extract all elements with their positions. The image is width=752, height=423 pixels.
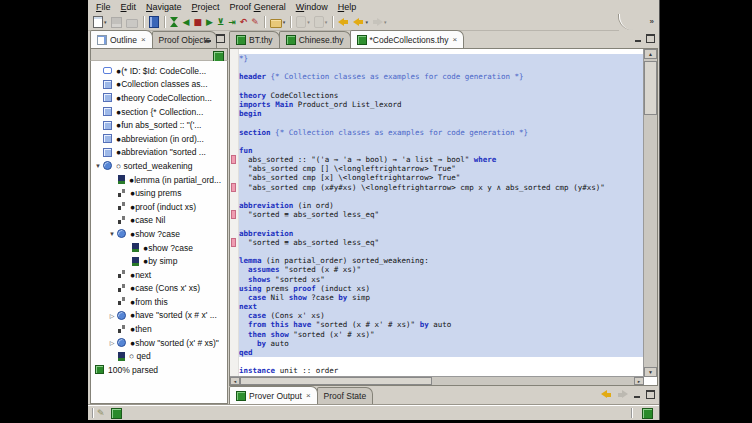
code-line[interactable]: case Nil show ?case by simp	[239, 293, 643, 302]
dropdown-arrow-icon[interactable]: ▾	[283, 19, 286, 25]
code-line[interactable]: instance unit :: order	[239, 366, 643, 375]
back-icon[interactable]	[601, 390, 612, 399]
code-line[interactable]: next	[239, 302, 643, 311]
code-line[interactable]	[239, 247, 643, 256]
code-line[interactable]: qed	[239, 348, 643, 357]
goto-start-button[interactable]	[168, 15, 181, 29]
maximize-icon[interactable]	[646, 34, 655, 43]
outline-item[interactable]: ●fun abs_sorted :: "('...	[91, 118, 227, 132]
menu-help[interactable]: Help	[333, 1, 362, 13]
horizontal-scrollbar[interactable]: ◄ ►	[230, 376, 644, 385]
outline-item[interactable]: ●by simp	[91, 254, 227, 268]
code-line[interactable]	[239, 63, 643, 72]
editor-content[interactable]: *}header {* Collection classes as exampl…	[229, 48, 658, 386]
new-file-button[interactable]: ▾	[91, 15, 109, 29]
scroll-left-icon[interactable]: ◄	[230, 377, 240, 385]
next-step-button[interactable]: ▶	[204, 15, 215, 29]
code-line[interactable]: header {* Collection classes as examples…	[239, 72, 643, 81]
code-line[interactable]: "sorted ≡ abs_sorted less_eq"	[239, 210, 643, 219]
menu-window[interactable]: Window	[291, 1, 333, 13]
tab-prover-output[interactable]: Prover Output×	[229, 386, 318, 404]
outline-item[interactable]: ▼●show ?case	[91, 227, 227, 241]
outline-item[interactable]: ▷●show "sorted (x' # xs)"	[91, 336, 227, 350]
vertical-scrollbar[interactable]: ▲ ▼	[643, 49, 657, 377]
code-line[interactable]	[239, 137, 643, 146]
open-perspective-button[interactable]: ▾	[268, 15, 288, 29]
close-icon[interactable]: ×	[452, 36, 457, 44]
code-line[interactable]	[239, 357, 643, 366]
minimize-icon[interactable]	[634, 35, 642, 43]
close-icon[interactable]: ×	[141, 36, 146, 44]
horizontal-scroll-thumb[interactable]	[240, 377, 432, 385]
code-line[interactable]: from this have "sorted (x # x' # xs)" by…	[239, 320, 643, 329]
menu-navigate[interactable]: Navigate	[141, 1, 187, 13]
outline-item[interactable]: ●next	[91, 268, 227, 282]
code-line[interactable]: lemma (in partial_order) sorted_weakenin…	[239, 256, 643, 265]
code-line[interactable]	[239, 82, 643, 91]
expanded-arrow-icon[interactable]: ▼	[93, 163, 103, 169]
back-button[interactable]: ▾	[351, 15, 370, 29]
maximize-icon[interactable]	[216, 34, 225, 43]
code-line[interactable]: fun	[239, 146, 643, 155]
code-line[interactable]: by auto	[239, 339, 643, 348]
code-line[interactable]	[239, 192, 643, 201]
dropdown-arrow-icon[interactable]: ▾	[104, 19, 107, 25]
collapsed-arrow-icon[interactable]: ▷	[107, 339, 117, 346]
code-line[interactable]: "abs_sorted cmp [] \<longleftrightarrow>…	[239, 164, 643, 173]
outline-item[interactable]: ●section {* Collection...	[91, 105, 227, 119]
outline-item[interactable]: ▼○ sorted_weakening	[91, 159, 227, 173]
goto-end-button[interactable]: ⇥	[226, 15, 238, 29]
outline-item[interactable]: ●(* ID: $Id: CodeColle...	[91, 64, 227, 78]
code-line[interactable]: then show "sorted (x' # xs)"	[239, 330, 643, 339]
outline-item[interactable]: ●Collection classes as...	[91, 78, 227, 92]
code-line[interactable]: section {* Collection classes as example…	[239, 128, 643, 137]
maximize-icon[interactable]	[646, 390, 655, 399]
code-line[interactable]	[239, 219, 643, 228]
tab-bt-thy[interactable]: BT.thy	[229, 31, 280, 48]
code-line[interactable]: abs_sorted :: "('a ⇒ 'a ⇒ bool) ⇒ 'a lis…	[239, 155, 643, 164]
code-line[interactable]: abbreviation (in ord)	[239, 201, 643, 210]
code-line[interactable]: case (Cons x' xs)	[239, 311, 643, 320]
scroll-up-icon[interactable]: ▲	[644, 49, 657, 59]
outline-item[interactable]: ●then	[91, 322, 227, 336]
code-line[interactable]: theory CodeCollections	[239, 91, 643, 100]
code-line[interactable]	[239, 118, 643, 127]
menu-file[interactable]: File	[91, 1, 116, 13]
activate-scripting-button[interactable]	[147, 15, 161, 29]
menu-project[interactable]: Project	[187, 1, 225, 13]
outline-item[interactable]: ●case Nil	[91, 214, 227, 228]
code-line[interactable]: "abs_sorted cmp [x] \<longleftrightarrow…	[239, 173, 643, 182]
scroll-down-icon[interactable]: ▼	[644, 367, 657, 377]
outline-item[interactable]: ▷●have "sorted (x # x' ...	[91, 309, 227, 323]
code-line[interactable]: using prems proof (induct xs)	[239, 284, 643, 293]
scroll-right-icon[interactable]: ►	[634, 377, 644, 385]
outline-item[interactable]: ○ qed	[91, 349, 227, 363]
undo-step-button[interactable]: ◀	[181, 15, 192, 29]
outline-item[interactable]: ●show ?case	[91, 241, 227, 255]
code-line[interactable]: abbreviation	[239, 229, 643, 238]
outline-item[interactable]: ●case (Cons x' xs)	[91, 282, 227, 296]
minimize-icon[interactable]	[204, 35, 212, 43]
prover-status-icon[interactable]	[642, 408, 653, 419]
goto-cursor-button[interactable]: ⊻	[215, 15, 226, 29]
code-line[interactable]: imports Main Product_ord List_lexord	[239, 100, 643, 109]
code-line[interactable]: "abs_sorted cmp (x#y#xs) \<longleftright…	[239, 183, 643, 192]
outline-item[interactable]: ●abbreviation "sorted ...	[91, 146, 227, 160]
outline-item[interactable]: ●abbreviation (in ord)...	[91, 132, 227, 146]
outline-item[interactable]: ●using prems	[91, 186, 227, 200]
outline-item[interactable]: ●lemma (in partial_ord...	[91, 173, 227, 187]
dropdown-arrow-icon[interactable]: ▾	[325, 19, 328, 25]
tab-proof-state[interactable]: Proof State	[317, 387, 374, 404]
close-icon[interactable]: ×	[306, 392, 311, 400]
code-line[interactable]: *}	[239, 54, 643, 63]
minimize-icon[interactable]	[633, 391, 641, 399]
code-line[interactable]: begin	[239, 109, 643, 118]
vertical-scroll-thumb[interactable]	[644, 61, 657, 115]
code-lines[interactable]: *}header {* Collection classes as exampl…	[239, 54, 643, 377]
interrupt-button[interactable]: ■	[191, 15, 204, 29]
dropdown-arrow-icon[interactable]: ▾	[365, 19, 368, 25]
dropdown-arrow-icon[interactable]: ▾	[384, 19, 387, 25]
outline-item[interactable]: ●from this	[91, 295, 227, 309]
menu-edit[interactable]: Edit	[116, 1, 142, 13]
expanded-arrow-icon[interactable]: ▼	[107, 231, 117, 237]
